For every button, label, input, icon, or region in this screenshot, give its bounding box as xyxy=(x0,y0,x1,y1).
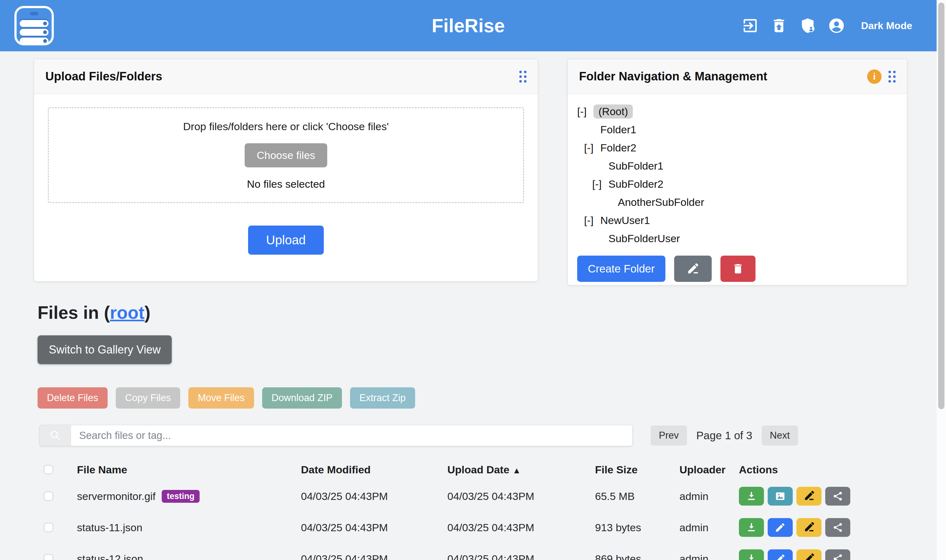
files-heading: Files in (root) xyxy=(37,302,907,323)
folder-card-title: Folder Navigation & Management xyxy=(579,70,768,83)
delete-files-button[interactable]: Delete Files xyxy=(37,387,108,409)
upload-button[interactable]: Upload xyxy=(248,226,324,255)
rename-file-button[interactable] xyxy=(797,518,821,537)
search-input[interactable] xyxy=(71,425,632,446)
table-row: status-11.json 04/03/25 04:43PM 04/03/25… xyxy=(37,512,907,543)
cards-row: Upload Files/Folders Drop files/folders … xyxy=(34,59,907,285)
rename-folder-button[interactable] xyxy=(674,255,712,282)
next-page-button[interactable]: Next xyxy=(762,426,798,446)
tree-label[interactable]: SubFolder1 xyxy=(608,160,663,172)
download-file-button[interactable] xyxy=(739,549,764,560)
row-checkbox[interactable] xyxy=(44,523,53,532)
date-modified: 04/03/25 04:43PM xyxy=(301,490,448,502)
logo-slat xyxy=(20,37,49,45)
upload-dropzone[interactable]: Drop files/folders here or click 'Choose… xyxy=(48,107,524,203)
extract-zip-button[interactable]: Extract Zip xyxy=(350,387,415,409)
share-icon xyxy=(832,553,843,560)
upload-date: 04/03/25 04:43PM xyxy=(448,553,595,560)
file-name[interactable]: status-12.json xyxy=(77,553,143,560)
tree-item-subfolderuser: SubFolderUser xyxy=(577,229,897,248)
admin-shield-icon[interactable] xyxy=(799,17,817,34)
search-row: Prev Page 1 of 3 Next xyxy=(39,425,907,446)
rename-icon xyxy=(803,522,815,533)
pencil-icon xyxy=(775,553,786,560)
file-size: 869 bytes xyxy=(595,553,680,560)
tree-label[interactable]: Folder2 xyxy=(600,142,636,154)
filerise-logo[interactable] xyxy=(14,6,54,45)
header-actions: Actions xyxy=(739,464,907,476)
files-section: Files in (root) Switch to Gallery View D… xyxy=(37,285,907,560)
prev-page-button[interactable]: Prev xyxy=(651,426,687,446)
tree-toggle[interactable]: [-] xyxy=(584,214,600,226)
top-bar: FileRise Dark Mode xyxy=(0,0,937,51)
tree-label[interactable]: Folder1 xyxy=(600,123,636,136)
move-files-button[interactable]: Move Files xyxy=(188,387,254,409)
drag-handle-icon[interactable] xyxy=(888,71,896,83)
copy-files-button[interactable]: Copy Files xyxy=(116,387,180,409)
edit-file-button[interactable] xyxy=(768,549,793,560)
select-all-checkbox[interactable] xyxy=(44,465,53,474)
pencil-icon xyxy=(687,263,699,275)
upload-date: 04/03/25 04:43PM xyxy=(448,522,595,534)
table-header-row: File Name Date Modified Upload Date▲ Fil… xyxy=(37,458,907,480)
download-zip-button[interactable]: Download ZIP xyxy=(262,387,342,409)
share-file-button[interactable] xyxy=(825,518,850,537)
download-file-button[interactable] xyxy=(739,518,764,537)
page-indicator: Page 1 of 3 xyxy=(696,429,752,442)
switch-gallery-view-button[interactable]: Switch to Gallery View xyxy=(37,335,172,364)
header-upload-date[interactable]: Upload Date▲ xyxy=(448,464,595,476)
download-icon xyxy=(746,491,757,502)
scrollbar-thumb[interactable] xyxy=(938,3,944,409)
header-file-name[interactable]: File Name xyxy=(77,464,301,476)
preview-image-button[interactable] xyxy=(768,487,793,506)
logo-slat xyxy=(20,29,49,36)
tree-label[interactable]: NewUser1 xyxy=(600,214,650,226)
file-name[interactable]: status-11.json xyxy=(77,522,142,534)
account-icon[interactable] xyxy=(828,17,845,34)
tree-label[interactable]: SubFolder2 xyxy=(608,178,663,190)
edit-file-button[interactable] xyxy=(768,518,793,537)
dropzone-text: Drop files/folders here or click 'Choose… xyxy=(183,120,389,133)
dark-mode-toggle[interactable]: Dark Mode xyxy=(861,20,912,32)
row-checkbox[interactable] xyxy=(44,491,53,501)
header-file-size[interactable]: File Size xyxy=(595,464,680,476)
tree-toggle[interactable]: [-] xyxy=(592,178,608,190)
rename-file-button[interactable] xyxy=(797,487,821,506)
tree-item-folder2: [-] Folder2 xyxy=(577,138,897,157)
tree-item-root: [-] (Root) xyxy=(577,102,897,120)
rename-icon xyxy=(803,553,815,560)
no-files-text: No files selected xyxy=(247,178,325,190)
tree-toggle[interactable]: [-] xyxy=(577,105,594,118)
topbar-actions: Dark Mode xyxy=(741,0,912,51)
uploader: admin xyxy=(680,553,739,560)
files-heading-prefix: Files in ( xyxy=(37,303,110,323)
current-folder-link[interactable]: root xyxy=(110,303,145,323)
tree-toggle[interactable]: [-] xyxy=(584,142,600,154)
download-file-button[interactable] xyxy=(739,487,764,506)
restore-trash-icon[interactable] xyxy=(770,17,788,34)
info-icon[interactable]: i xyxy=(867,69,881,84)
sort-asc-icon: ▲ xyxy=(512,466,521,475)
row-checkbox[interactable] xyxy=(44,554,53,560)
tree-item-subfolder1: SubFolder1 xyxy=(577,157,897,175)
delete-folder-button[interactable] xyxy=(720,255,755,282)
tree-label[interactable]: SubFolderUser xyxy=(608,232,680,245)
tree-item-newuser1: [-] NewUser1 xyxy=(577,211,897,229)
upload-card: Upload Files/Folders Drop files/folders … xyxy=(34,59,538,282)
header-date-modified[interactable]: Date Modified xyxy=(301,464,448,476)
logout-icon[interactable] xyxy=(741,17,759,34)
drag-handle-icon[interactable] xyxy=(519,71,526,83)
date-modified: 04/03/25 04:43PM xyxy=(301,522,448,534)
header-uploader[interactable]: Uploader xyxy=(680,464,739,476)
share-file-button[interactable] xyxy=(825,549,850,560)
create-folder-button[interactable]: Create Folder xyxy=(577,255,665,282)
share-file-button[interactable] xyxy=(825,487,850,506)
tree-label[interactable]: (Root) xyxy=(594,105,633,118)
file-name[interactable]: servermonitor.gif xyxy=(77,490,155,502)
table-row: servermonitor.gif testing 04/03/25 04:43… xyxy=(37,480,907,512)
date-modified: 04/03/25 04:43PM xyxy=(301,553,448,560)
download-icon xyxy=(746,522,757,533)
tree-label[interactable]: AnotherSubFolder xyxy=(618,196,704,208)
rename-file-button[interactable] xyxy=(797,549,821,560)
choose-files-button[interactable]: Choose files xyxy=(245,143,327,168)
